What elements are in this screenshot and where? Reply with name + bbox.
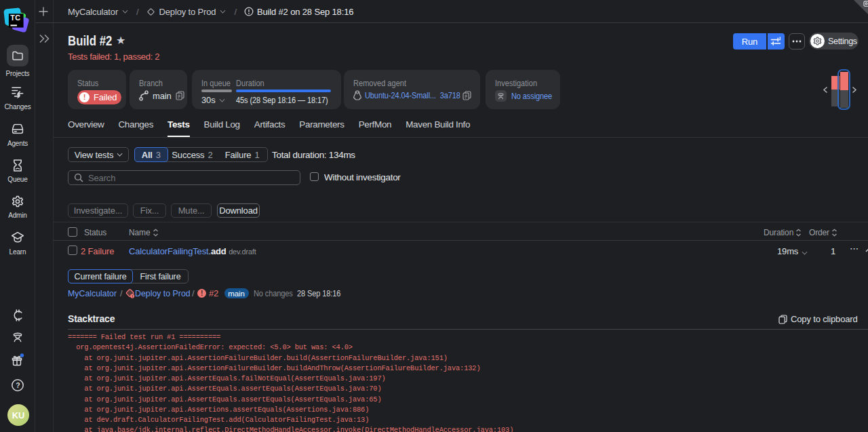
svg-text:?: ? <box>16 381 20 389</box>
svg-text:TC: TC <box>10 14 20 22</box>
